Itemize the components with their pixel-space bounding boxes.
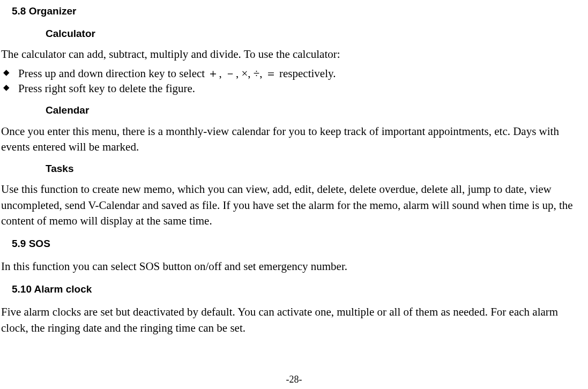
calculator-bullet-list: Press up and down direction key to selec… bbox=[1, 66, 587, 96]
heading-calculator: Calculator bbox=[46, 27, 588, 41]
calculator-intro: The calculator can add, subtract, multip… bbox=[1, 47, 587, 62]
list-item: Press up and down direction key to selec… bbox=[1, 66, 587, 81]
heading-calendar: Calendar bbox=[46, 103, 588, 117]
list-item: Press right soft key to delete the figur… bbox=[1, 81, 587, 96]
heading-organizer: 5.8 Organizer bbox=[12, 4, 588, 18]
sos-body: In this function you can select SOS butt… bbox=[1, 259, 587, 274]
alarm-body: Five alarm clocks are set but deactivate… bbox=[1, 304, 587, 336]
heading-alarm-clock: 5.10 Alarm clock bbox=[12, 282, 588, 296]
calendar-body: Once you enter this menu, there is a mon… bbox=[1, 124, 587, 155]
page-number: -28- bbox=[0, 373, 588, 386]
tasks-body: Use this function to create new memo, wh… bbox=[1, 182, 587, 229]
heading-tasks: Tasks bbox=[46, 162, 588, 176]
heading-sos: 5.9 SOS bbox=[12, 237, 588, 251]
